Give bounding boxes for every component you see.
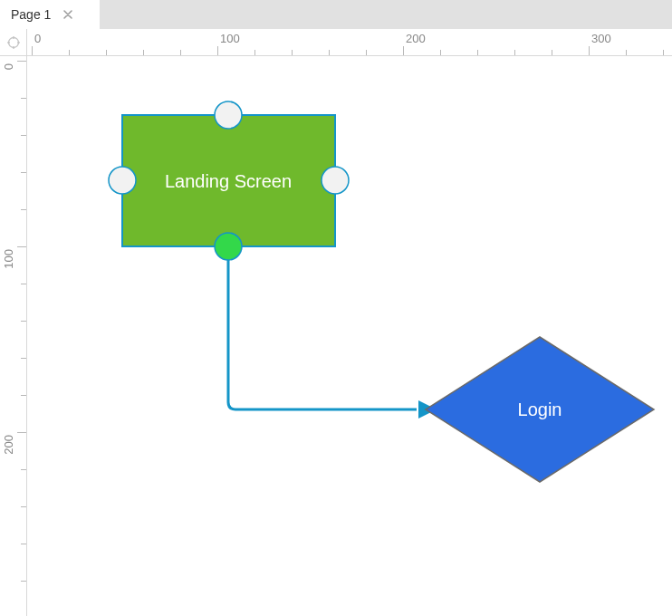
tab-page[interactable]: Page 1 <box>0 0 100 29</box>
ruler-h-label: 300 <box>591 32 611 45</box>
connection-handle-left[interactable] <box>109 167 136 194</box>
ruler-h-label: 0 <box>34 32 41 45</box>
tab-label: Page 1 <box>11 7 51 22</box>
ruler-origin[interactable] <box>0 29 27 56</box>
shape-login-label: Login <box>518 399 562 419</box>
connection-handle-top[interactable] <box>215 101 242 129</box>
shape-landing[interactable]: Landing Screen <box>109 101 349 260</box>
diagram-canvas[interactable]: Login Landing Screen <box>27 56 672 616</box>
ruler-v-label: 100 <box>2 249 15 269</box>
shape-landing-label: Landing Screen <box>165 171 292 191</box>
tab-bar: Page 1 <box>0 0 672 29</box>
close-icon[interactable] <box>62 8 74 21</box>
ruler-v-label: 200 <box>2 435 15 455</box>
svg-point-0 <box>8 37 18 47</box>
ruler-h-label: 100 <box>220 32 240 45</box>
connection-handle-right[interactable] <box>322 167 349 194</box>
connector-landing-login[interactable] <box>228 246 417 409</box>
shape-login[interactable]: Login <box>426 337 654 482</box>
connection-handle-bottom[interactable] <box>215 233 242 260</box>
ruler-h-label: 200 <box>406 32 426 45</box>
ruler-vertical[interactable]: 0100200 <box>0 56 27 616</box>
ruler-horizontal[interactable]: 0100200300 <box>27 29 672 56</box>
ruler-v-label: 0 <box>2 63 15 70</box>
